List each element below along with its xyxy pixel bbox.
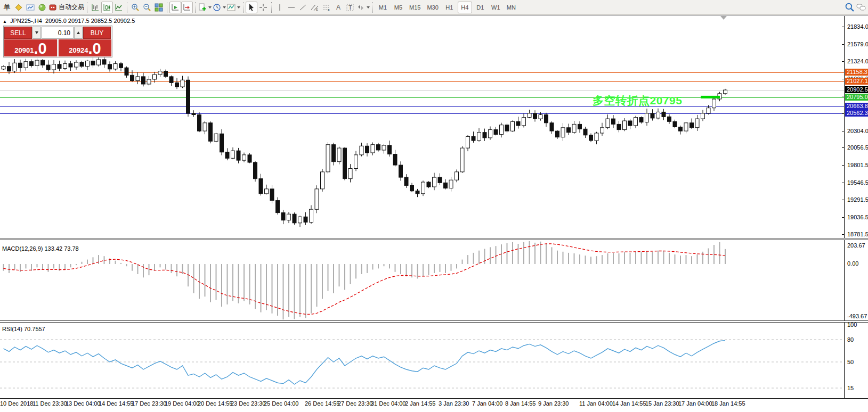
auto-scroll-button[interactable] (169, 2, 181, 13)
arrows-tool-button[interactable] (356, 2, 370, 13)
timeframe-m1[interactable]: M1 (376, 2, 390, 13)
timeframe-toolbar: M1M5M15M30H1H4D1W1MN (375, 2, 519, 13)
chart-area: ▲ JPN225-,H4 20905.0 20917.5 20852.5 209… (0, 15, 868, 412)
chat-icon[interactable] (855, 2, 867, 13)
rsi-axis-label: 15 (847, 385, 854, 391)
time-axis-label: 17 Dec 23:30 (132, 400, 166, 407)
channel-tool-button[interactable]: E (309, 2, 321, 13)
zoom-in-button[interactable] (129, 2, 141, 13)
pane-separator[interactable] (0, 320, 868, 323)
chart-shift-marker-icon[interactable] (720, 16, 727, 20)
chart-ohlc-header: ▲ JPN225-,H4 20905.0 20917.5 20852.5 209… (3, 18, 135, 24)
tile-windows-button[interactable] (153, 2, 165, 13)
timeframe-d1[interactable]: D1 (473, 2, 488, 13)
pivot-annotation-text[interactable]: 多空转折点20795 (593, 93, 682, 108)
signals-icon[interactable] (36, 2, 48, 13)
timeframe-mn[interactable]: MN (504, 2, 518, 13)
bar-chart-mode-button[interactable] (90, 2, 101, 13)
trendline-tool-button[interactable] (297, 2, 309, 13)
timeframe-h4[interactable]: H4 (458, 2, 472, 13)
periods-button[interactable] (212, 2, 226, 13)
chart-window-icon[interactable] (25, 2, 36, 13)
time-axis-label: 3 Jan 23:30 (439, 400, 469, 407)
time-axis-label: 11 Dec 23:30 (33, 400, 67, 407)
ohlc-low: 20852.5 (91, 18, 112, 24)
volume-decrease-button[interactable] (33, 27, 41, 39)
auto-trading-icon (48, 3, 57, 12)
buy-price[interactable]: 20924 .0 (59, 39, 111, 56)
volume-input[interactable]: 0.10 (42, 27, 74, 39)
macd-axis-zero: 0.00 (847, 260, 858, 267)
time-axis-label: 26 Dec 14:55 (305, 400, 339, 407)
chart-shift-button[interactable] (181, 2, 193, 13)
price-tick-label: 19801.5 (847, 162, 868, 168)
toolbar-separator (195, 2, 196, 13)
price-tick-label: 20304.0 (847, 128, 868, 134)
macd-values: 133.42 73.78 (44, 245, 78, 252)
svg-text:E: E (316, 8, 318, 11)
price-line-label: 21158.3 (845, 69, 868, 76)
indicators-button[interactable] (198, 2, 212, 13)
price-line-label: 20663.8 (845, 103, 868, 110)
timeframe-w1[interactable]: W1 (489, 2, 503, 13)
candlestick-mode-button[interactable] (101, 2, 113, 13)
time-axis-label: 20 Dec 14:55 (198, 400, 232, 407)
new-order-label: 单 (3, 3, 12, 12)
crosshair-tool-button[interactable] (257, 2, 269, 13)
macd-title: MACD(12,26,9) (2, 245, 43, 252)
svg-text:A: A (336, 4, 340, 11)
price-tick-label: 21324.0 (847, 58, 868, 64)
timeframe-h1[interactable]: H1 (442, 2, 457, 13)
time-axis-label: 31 Dec 04:00 (371, 400, 405, 407)
sell-button[interactable]: SELL (4, 27, 32, 39)
timeframe-m5[interactable]: M5 (391, 2, 405, 13)
buy-button[interactable]: BUY (83, 27, 111, 39)
templates-button[interactable] (226, 2, 241, 13)
templates-dropdown-caret (237, 6, 240, 9)
text-label-tool-button[interactable]: T (344, 2, 356, 13)
time-axis-label: 10 Dec 2018 (0, 400, 33, 407)
rsi-axis-label: 50 (847, 359, 854, 365)
price-tick-label: 19291.5 (847, 196, 868, 203)
timeframe-m30[interactable]: M30 (424, 2, 441, 13)
time-axis-label: 15 Jan 23:30 (645, 400, 679, 407)
indicators-dropdown-caret (208, 6, 212, 9)
zoom-out-button[interactable] (141, 2, 153, 13)
ohlc-high: 20917.5 (68, 18, 90, 24)
rsi-value: 70.7557 (24, 326, 45, 332)
macd-pane-title: MACD(12,26,9) 133.42 73.78 (2, 245, 79, 252)
mt4-terminal: 单 自动交易 E F A T M1M5M15 (0, 0, 868, 412)
fibonacci-tool-button[interactable]: F (321, 2, 332, 13)
time-axis-label: 13 Dec 04:00 (66, 400, 100, 407)
volume-increase-button[interactable] (74, 27, 83, 39)
rsi-pane-title: RSI(14) 70.7557 (2, 326, 45, 332)
text-tool-button[interactable]: A (332, 2, 344, 13)
macd-indicator (0, 240, 844, 320)
time-axis-label: 23 Dec 23:30 (231, 400, 265, 407)
trend-segment[interactable] (701, 96, 720, 98)
time-axis-label: 18 Jan 14:55 (711, 400, 745, 407)
one-click-trading-panel: SELL 0.10 BUY 20901 .0 20924 .0 (3, 26, 112, 57)
horizontal-line-tool-button[interactable] (286, 2, 297, 13)
chart-symbol-period: JPN225-,H4 (10, 18, 42, 24)
cursor-tool-button[interactable] (246, 2, 257, 13)
toolbar-separator (243, 2, 244, 13)
macd-axis-min: -493.67 (847, 313, 867, 319)
time-axis-label: 8 Jan 14:55 (505, 400, 536, 407)
vertical-line-tool-button[interactable] (274, 2, 286, 13)
panel-collapse-icon[interactable]: ▲ (3, 19, 7, 24)
pane-separator[interactable] (0, 238, 868, 240)
market-watch-icon[interactable] (13, 2, 25, 13)
triangle-down-icon (35, 31, 38, 34)
search-icon[interactable] (843, 2, 855, 13)
macd-axis-max: 203.67 (847, 242, 865, 249)
timeframe-m15[interactable]: M15 (407, 2, 423, 13)
time-axis-label: 25 Dec 04:00 (264, 400, 298, 407)
auto-trading-button[interactable]: 自动交易 (48, 2, 85, 13)
price-line-label: 20562.3 (845, 110, 868, 117)
time-axis-label: 27 Dec 23:30 (338, 400, 372, 407)
line-chart-mode-button[interactable] (113, 2, 125, 13)
svg-text:F: F (328, 9, 330, 12)
new-order-button[interactable]: 单 (1, 2, 13, 13)
sell-price[interactable]: 20901 .0 (4, 39, 57, 56)
